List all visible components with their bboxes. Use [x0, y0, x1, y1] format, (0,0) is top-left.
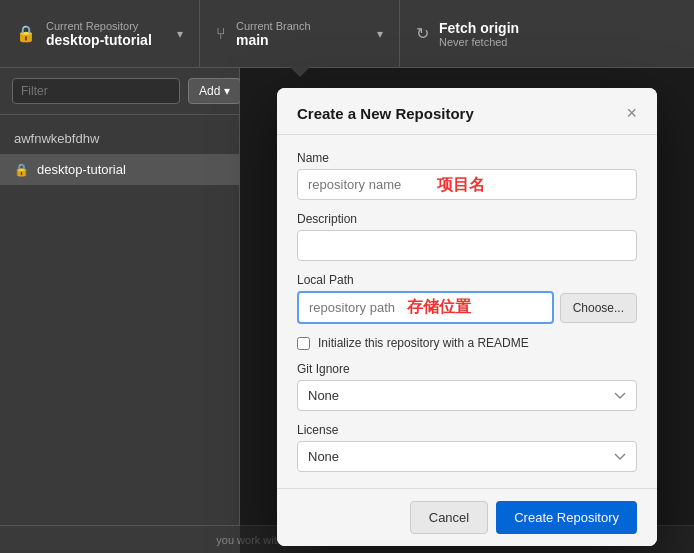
fetch-info: Fetch origin Never fetched	[439, 20, 519, 48]
lock-icon: 🔒	[16, 24, 36, 43]
local-path-label: Local Path	[297, 273, 637, 287]
dialog-title: Create a New Repository	[297, 105, 474, 122]
create-repo-dialog: Create a New Repository × Name 项目名	[277, 88, 657, 546]
path-input-wrap: 存储位置	[297, 291, 554, 324]
modal-overlay: Create a New Repository × Name 项目名	[240, 68, 694, 553]
current-branch-section[interactable]: ⑂ Current Branch main ▾	[200, 0, 400, 67]
toolbar: 🔒 Current Repository desktop-tutorial ▾ …	[0, 0, 694, 68]
create-repository-button[interactable]: Create Repository	[496, 501, 637, 534]
dialog-footer: Cancel Create Repository	[277, 488, 657, 546]
readme-label[interactable]: Initialize this repository with a README	[318, 336, 529, 350]
fetch-section[interactable]: ↻ Fetch origin Never fetched	[400, 0, 694, 67]
chevron-down-icon: ▾	[177, 27, 183, 41]
branch-icon: ⑂	[216, 25, 226, 43]
add-button[interactable]: Add ▾	[188, 78, 241, 104]
license-select[interactable]: None	[297, 441, 637, 472]
name-input-wrap: 项目名	[297, 169, 637, 200]
name-label: Name	[297, 151, 637, 165]
repo-lock-icon: 🔒	[14, 163, 29, 177]
repo-name: desktop-tutorial	[46, 32, 152, 48]
sidebar: Add ▾ awfnwkebfdhw 🔒 desktop-tutorial	[0, 68, 240, 553]
current-repo-section[interactable]: 🔒 Current Repository desktop-tutorial ▾	[0, 0, 200, 67]
description-label: Description	[297, 212, 637, 226]
choose-button[interactable]: Choose...	[560, 293, 637, 323]
local-path-row: 存储位置 Choose...	[297, 291, 637, 324]
local-path-field-group: Local Path 存储位置 Choose...	[297, 273, 637, 324]
branch-name: main	[236, 32, 311, 48]
branch-info: Current Branch main	[236, 20, 311, 48]
local-path-input[interactable]	[297, 291, 554, 324]
main-area: Create a New Repository × Name 项目名	[240, 68, 694, 553]
fetch-sub: Never fetched	[439, 36, 519, 48]
gitignore-select[interactable]: None	[297, 380, 637, 411]
repo-label: Current Repository	[46, 20, 152, 32]
branch-chevron-icon: ▾	[377, 27, 383, 41]
add-label: Add	[199, 84, 220, 98]
readme-checkbox[interactable]	[297, 337, 310, 350]
fetch-label: Fetch origin	[439, 20, 519, 36]
gitignore-field-group: Git Ignore None	[297, 362, 637, 411]
branch-triangle	[290, 67, 310, 77]
sidebar-filter-bar: Add ▾	[0, 68, 239, 115]
repo-item[interactable]: awfnwkebfdhw	[0, 123, 239, 154]
name-field-group: Name 项目名	[297, 151, 637, 200]
description-input[interactable]	[297, 230, 637, 261]
app-body: Add ▾ awfnwkebfdhw 🔒 desktop-tutorial Cr…	[0, 68, 694, 553]
close-button[interactable]: ×	[626, 104, 637, 122]
description-field-group: Description	[297, 212, 637, 261]
readme-checkbox-row: Initialize this repository with a README	[297, 336, 637, 350]
repo-info: Current Repository desktop-tutorial	[46, 20, 152, 48]
repo-item-name: awfnwkebfdhw	[14, 131, 99, 146]
repo-item-name-active: desktop-tutorial	[37, 162, 126, 177]
gitignore-label: Git Ignore	[297, 362, 637, 376]
name-input[interactable]	[297, 169, 637, 200]
cancel-button[interactable]: Cancel	[410, 501, 488, 534]
refresh-icon: ↻	[416, 24, 429, 43]
dialog-body: Name 项目名 Description Local Path	[277, 135, 657, 488]
add-chevron-icon: ▾	[224, 84, 230, 98]
repo-list: awfnwkebfdhw 🔒 desktop-tutorial	[0, 115, 239, 193]
license-field-group: License None	[297, 423, 637, 472]
dialog-header: Create a New Repository ×	[277, 88, 657, 135]
filter-input[interactable]	[12, 78, 180, 104]
license-label: License	[297, 423, 637, 437]
branch-label: Current Branch	[236, 20, 311, 32]
repo-item-active[interactable]: 🔒 desktop-tutorial	[0, 154, 239, 185]
